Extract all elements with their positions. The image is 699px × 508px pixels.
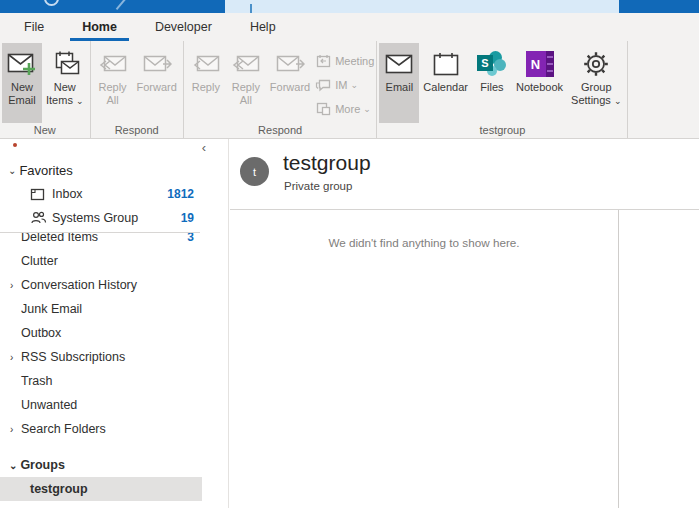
chevron-right-icon: ›	[10, 352, 13, 363]
chevron-down-icon: ⌄	[614, 96, 622, 106]
ribbon: NewEmail NewItems ⌄ New	[0, 41, 699, 139]
chevron-down-icon: ⌄	[9, 460, 17, 471]
chevron-down-icon: ⌄	[8, 165, 16, 176]
tab-developer[interactable]: Developer	[143, 15, 224, 41]
tab-file[interactable]: File	[12, 15, 56, 41]
meeting-button-disabled[interactable]: Meeting	[314, 49, 374, 73]
tab-home[interactable]: Home	[70, 15, 129, 41]
forward-icon	[275, 47, 305, 81]
group-settings-button[interactable]: GroupSettings ⌄	[567, 43, 625, 123]
favorites-header[interactable]: ⌄ Favorites	[0, 158, 202, 182]
onenote-notebook-icon: N	[526, 47, 554, 81]
more-actions-icon	[314, 101, 332, 117]
ribbon-group-new: NewEmail NewItems ⌄ New	[0, 41, 91, 138]
group-avatar: t	[240, 157, 269, 186]
ribbon-tab-row: File Home Developer Help	[0, 13, 699, 41]
groups-header[interactable]: ⌄ Groups	[0, 453, 202, 477]
sidebar-item-clutter[interactable]: Clutter	[0, 249, 202, 273]
reply-button-disabled[interactable]: Reply	[186, 43, 226, 123]
forward-icon	[142, 47, 172, 81]
search-box[interactable]	[225, 0, 619, 13]
folder-icon	[30, 188, 52, 201]
sidebar-item-rss-subscriptions[interactable]: › RSS Subscriptions	[0, 345, 202, 369]
sidebar-item-unwanted[interactable]: Unwanted	[0, 393, 202, 417]
new-email-button[interactable]: NewEmail	[2, 43, 42, 123]
group-email-button[interactable]: Email	[379, 43, 419, 123]
sidebar-item-deleted-items[interactable]: Deleted Items 3	[0, 233, 202, 249]
group-notebook-button[interactable]: N Notebook	[512, 43, 567, 123]
quick-access-sync-icon[interactable]	[44, 0, 59, 6]
sidebar-item-inbox[interactable]: Inbox 1812	[0, 182, 202, 206]
reply-all-icon	[98, 47, 128, 81]
group-label-respond-1: Respond	[93, 123, 181, 138]
meeting-icon	[314, 53, 332, 69]
reply-all-button-2-disabled[interactable]: ReplyAll	[226, 43, 266, 123]
new-items-button[interactable]: NewItems ⌄	[42, 43, 88, 123]
reply-icon	[191, 47, 221, 81]
new-email-icon	[7, 47, 37, 81]
group-calendar-button[interactable]: Calendar	[419, 43, 472, 123]
outlook-window: File Home Developer Help NewEmail	[0, 0, 699, 508]
chevron-right-icon: ›	[10, 280, 13, 291]
folder-pane: ‹ ⌄ Favorites Inbox 1812	[0, 139, 229, 508]
unread-count: 1812	[167, 187, 194, 201]
more-button-disabled[interactable]: More ⌄	[314, 97, 374, 121]
sidebar-item-search-folders[interactable]: › Search Folders	[0, 417, 202, 441]
chevron-down-icon: ⌄	[76, 96, 84, 106]
group-label-testgroup: testgroup	[379, 123, 625, 138]
collapse-pane-button[interactable]: ‹	[202, 141, 206, 155]
forward-button-2-disabled[interactable]: Forward	[266, 43, 314, 123]
empty-state-message: We didn't find anything to show here.	[230, 236, 618, 249]
notification-dot	[13, 143, 17, 147]
main-content: t testgroup Private group We didn't find…	[230, 139, 699, 508]
group-label-respond-2: Respond	[186, 123, 374, 138]
sidebar-item-junk-email[interactable]: Junk Email	[0, 297, 202, 321]
group-privacy-label: Private group	[284, 180, 352, 192]
gear-icon	[582, 47, 610, 81]
ribbon-group-respond-2: Reply ReplyAll	[184, 41, 377, 138]
unread-count: 3	[187, 233, 194, 244]
sidebar-item-outbox[interactable]: Outbox	[0, 321, 202, 345]
chat-bubble-icon	[314, 77, 332, 93]
group-files-button[interactable]: S Files	[472, 43, 512, 123]
unread-count: 19	[181, 211, 194, 225]
ribbon-group-testgroup: Email Calendar S Files	[377, 41, 628, 138]
reply-all-icon	[231, 47, 261, 81]
chevron-down-icon: ⌄	[351, 80, 359, 90]
sidebar-item-testgroup[interactable]: testgroup	[0, 477, 202, 501]
title-bar	[0, 0, 699, 13]
sidebar-item-systems-group[interactable]: Systems Group 19	[0, 206, 202, 230]
email-icon	[385, 47, 413, 81]
group-title: testgroup	[283, 151, 371, 175]
quick-access-pen-icon[interactable]	[116, 0, 127, 10]
chevron-down-icon: ⌄	[363, 104, 371, 114]
im-button-disabled[interactable]: IM ⌄	[314, 73, 374, 97]
tab-help[interactable]: Help	[238, 15, 288, 41]
new-items-icon	[50, 47, 80, 81]
people-icon	[30, 211, 52, 225]
chevron-right-icon: ›	[10, 424, 13, 435]
reply-all-button-disabled[interactable]: ReplyAll	[93, 43, 133, 123]
group-header: t testgroup Private group	[230, 139, 699, 210]
message-list-pane: We didn't find anything to show here.	[230, 210, 619, 508]
group-label-new: New	[2, 123, 88, 138]
search-caret	[250, 4, 252, 13]
sharepoint-files-icon: S	[477, 47, 507, 81]
calendar-icon	[433, 47, 459, 81]
sidebar-item-trash[interactable]: Trash	[0, 369, 202, 393]
sidebar-item-conversation-history[interactable]: › Conversation History	[0, 273, 202, 297]
ribbon-group-respond-1: ReplyAll Forward Respond	[91, 41, 184, 138]
forward-button-disabled[interactable]: Forward	[133, 43, 181, 123]
